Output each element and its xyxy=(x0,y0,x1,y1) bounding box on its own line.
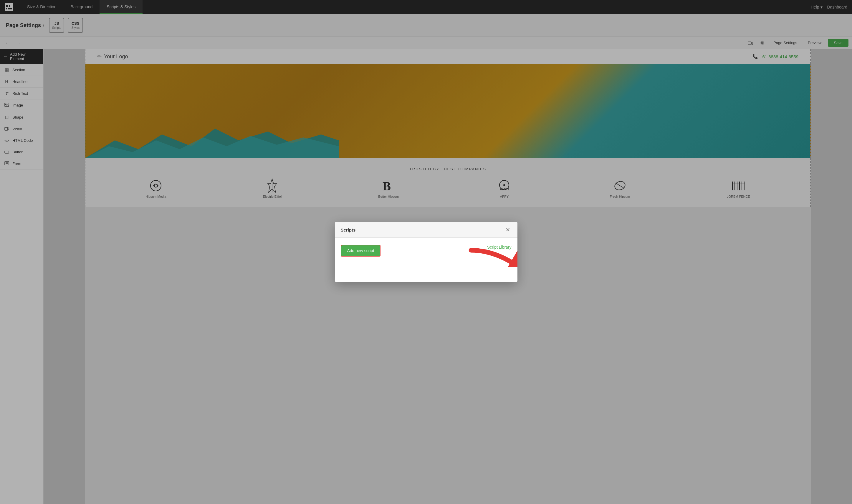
modal-body: Add new script Script Library xyxy=(335,238,518,282)
modal-title: Scripts xyxy=(341,228,356,232)
scripts-modal: Scripts ✕ Add new script Script Library xyxy=(335,222,518,282)
modal-overlay[interactable]: Scripts ✕ Add new script Script Library xyxy=(0,0,852,504)
modal-close-button[interactable]: ✕ xyxy=(504,226,511,233)
modal-header: Scripts ✕ xyxy=(335,222,518,238)
red-arrow-indicator xyxy=(465,247,518,267)
add-new-script-button[interactable]: Add new script xyxy=(341,245,381,256)
